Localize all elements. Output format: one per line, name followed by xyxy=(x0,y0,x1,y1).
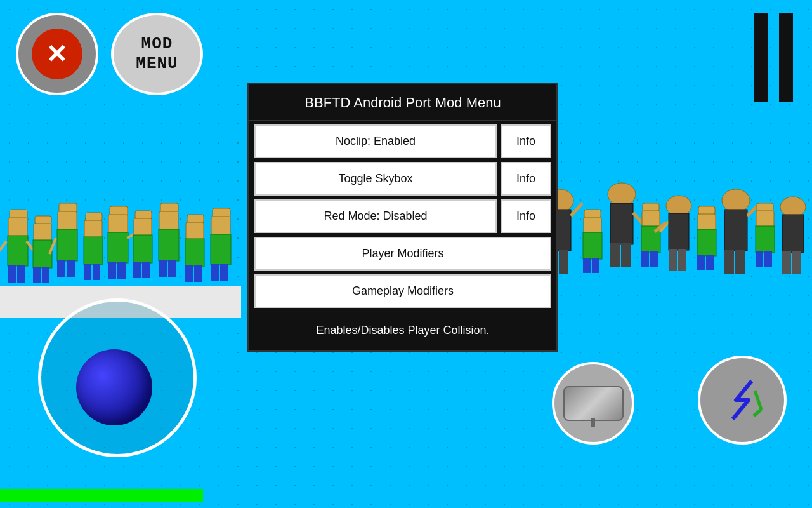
svg-rect-69 xyxy=(641,251,649,267)
joystick-area[interactable] xyxy=(38,298,197,457)
progress-bar xyxy=(0,489,203,502)
noclip-row: Noclip: Enabled Info xyxy=(254,124,551,158)
svg-line-97 xyxy=(754,410,761,416)
svg-rect-32 xyxy=(133,235,152,263)
svg-rect-46 xyxy=(211,217,230,236)
svg-rect-83 xyxy=(724,210,747,251)
svg-rect-77 xyxy=(698,206,715,215)
svg-rect-14 xyxy=(58,211,77,231)
svg-rect-73 xyxy=(669,213,689,250)
svg-rect-17 xyxy=(67,260,75,277)
svg-rect-38 xyxy=(159,260,167,277)
svg-rect-37 xyxy=(159,229,179,261)
panel-title: BBFTD Android Port Mod Menu xyxy=(249,84,556,121)
svg-point-92 xyxy=(780,197,806,217)
svg-line-96 xyxy=(755,391,761,410)
action-icon xyxy=(717,375,768,425)
pause-button[interactable] xyxy=(754,13,793,102)
svg-rect-39 xyxy=(168,260,176,277)
svg-rect-58 xyxy=(583,232,602,259)
svg-rect-66 xyxy=(643,203,659,211)
svg-rect-10 xyxy=(33,240,52,268)
close-button[interactable]: × xyxy=(16,13,98,95)
svg-rect-64 xyxy=(621,243,631,267)
svg-rect-2 xyxy=(8,218,27,237)
pause-bar-left xyxy=(754,13,768,102)
svg-rect-70 xyxy=(650,251,658,267)
svg-rect-34 xyxy=(142,262,150,278)
noclip-info-button[interactable]: Info xyxy=(501,124,551,158)
red-mode-row: Red Mode: Disabled Info xyxy=(254,199,551,233)
action-button[interactable] xyxy=(698,356,787,444)
svg-rect-80 xyxy=(697,255,705,270)
svg-rect-60 xyxy=(592,258,599,273)
svg-point-61 xyxy=(608,183,636,206)
svg-rect-28 xyxy=(117,262,126,279)
svg-rect-27 xyxy=(108,262,116,279)
svg-rect-23 xyxy=(93,264,100,280)
svg-rect-53 xyxy=(559,250,568,274)
svg-rect-87 xyxy=(757,203,773,211)
svg-rect-8 xyxy=(35,216,51,224)
svg-rect-63 xyxy=(610,243,620,267)
svg-rect-36 xyxy=(159,211,178,231)
svg-rect-49 xyxy=(220,264,228,281)
mirror-icon xyxy=(563,386,624,421)
svg-rect-22 xyxy=(84,264,91,280)
svg-rect-12 xyxy=(42,267,49,283)
svg-rect-74 xyxy=(669,249,677,271)
left-characters-svg xyxy=(0,159,241,318)
pause-bar-right xyxy=(779,13,793,102)
svg-rect-59 xyxy=(583,258,591,273)
svg-rect-90 xyxy=(756,251,763,267)
red-mode-button[interactable]: Red Mode: Disabled xyxy=(254,199,497,233)
svg-rect-31 xyxy=(134,218,152,236)
svg-rect-48 xyxy=(211,264,219,281)
svg-rect-95 xyxy=(792,251,801,274)
svg-rect-3 xyxy=(8,236,28,266)
svg-rect-11 xyxy=(33,267,41,283)
characters-left xyxy=(0,159,241,318)
svg-rect-85 xyxy=(735,250,745,274)
svg-rect-26 xyxy=(108,232,128,263)
svg-rect-67 xyxy=(642,211,660,227)
noclip-button[interactable]: Noclip: Enabled xyxy=(254,124,497,158)
right-characters-svg xyxy=(546,152,812,330)
svg-rect-41 xyxy=(186,222,204,240)
svg-rect-75 xyxy=(678,249,686,271)
svg-rect-79 xyxy=(697,229,716,256)
svg-rect-25 xyxy=(108,215,128,234)
close-icon: × xyxy=(48,36,67,69)
svg-rect-91 xyxy=(764,251,772,267)
toggle-skybox-button[interactable]: Toggle Skybox xyxy=(254,162,497,196)
panel-description: Enables/Disables Player Collision. xyxy=(249,312,556,350)
characters-right xyxy=(546,152,812,330)
svg-line-6 xyxy=(0,241,6,254)
svg-rect-47 xyxy=(211,234,231,265)
svg-rect-4 xyxy=(8,265,16,283)
svg-rect-5 xyxy=(17,265,25,283)
svg-rect-21 xyxy=(84,237,103,265)
joystick-ball xyxy=(76,349,152,425)
svg-rect-40 xyxy=(187,215,204,223)
svg-rect-56 xyxy=(584,210,601,218)
svg-rect-62 xyxy=(610,203,633,244)
svg-rect-88 xyxy=(756,211,774,227)
svg-rect-30 xyxy=(135,211,152,219)
mirror-button[interactable] xyxy=(552,362,634,444)
red-mode-info-button[interactable]: Info xyxy=(501,199,551,233)
svg-rect-9 xyxy=(34,224,51,241)
svg-rect-81 xyxy=(706,255,714,270)
svg-point-72 xyxy=(666,196,691,216)
svg-rect-93 xyxy=(782,215,804,253)
svg-rect-57 xyxy=(584,217,601,234)
mod-menu-label: MOD MENU xyxy=(136,34,178,74)
toggle-skybox-info-button[interactable]: Info xyxy=(501,162,551,196)
mod-menu-toggle-button[interactable]: MOD MENU xyxy=(111,13,203,95)
player-modifiers-button[interactable]: Player Modifiers xyxy=(254,237,551,271)
svg-rect-42 xyxy=(185,239,204,267)
svg-rect-33 xyxy=(133,262,141,278)
toggle-skybox-row: Toggle Skybox Info xyxy=(254,162,551,196)
gameplay-modifiers-button[interactable]: Gameplay Modifiers xyxy=(254,274,551,308)
svg-rect-43 xyxy=(185,265,193,282)
